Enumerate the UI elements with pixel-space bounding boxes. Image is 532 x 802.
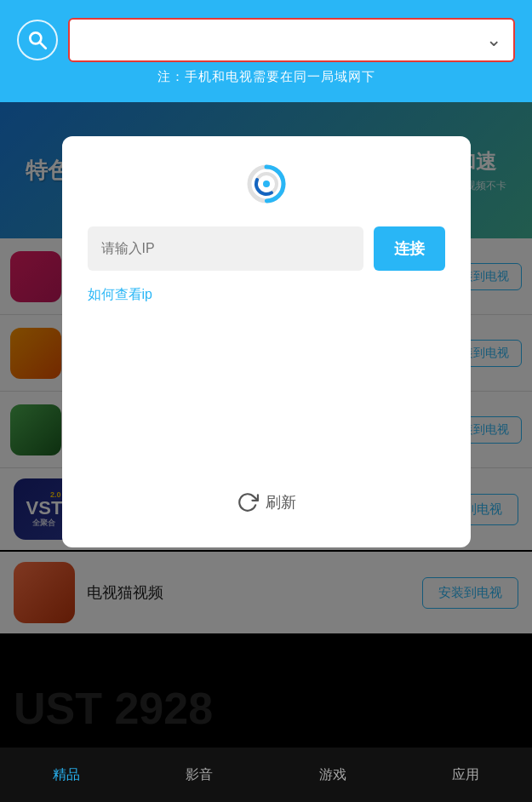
svg-point-8 [263,180,270,187]
search-icon[interactable] [17,20,58,60]
ip-input-row: 连接 [88,226,445,271]
header-note: 注：手机和电视需要在同一局域网下 [157,69,375,85]
refresh-row[interactable]: 刷新 [88,491,445,513]
how-to-link[interactable]: 如何查看ip [88,286,152,304]
modal-empty-area [88,321,445,491]
nav-item-1[interactable]: 影音 [133,766,266,784]
refresh-label: 刷新 [266,492,296,513]
chevron-down-icon: ⌄ [486,29,501,51]
modal-loader [88,162,445,206]
modal-overlay: 连接 如何查看ip 刷新 [0,102,532,748]
connect-modal: 连接 如何查看ip 刷新 [62,136,471,547]
nav-item-3[interactable]: 应用 [399,766,532,784]
svg-line-1 [40,43,46,49]
nav-item-2[interactable]: 游戏 [266,766,399,784]
dropdown-box[interactable]: ⌄ [68,18,515,62]
ip-input-field[interactable] [88,226,363,271]
header: ⌄ 注：手机和电视需要在同一局域网下 [0,0,532,102]
refresh-icon [237,491,259,513]
bottom-nav: 精品 影音 游戏 应用 [0,748,532,802]
header-top: ⌄ [17,18,515,62]
nav-item-0[interactable]: 精品 [0,766,133,784]
connect-button[interactable]: 连接 [374,226,445,271]
